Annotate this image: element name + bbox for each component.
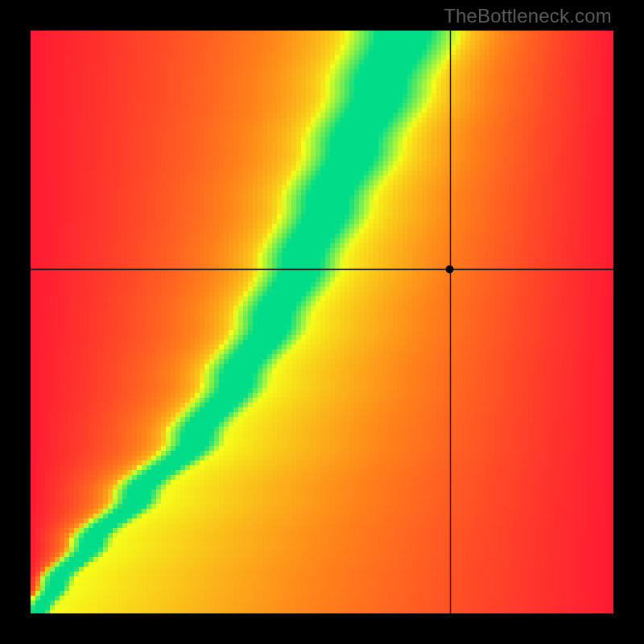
chart-frame: TheBottleneck.com — [0, 0, 644, 644]
watermark-text: TheBottleneck.com — [444, 5, 612, 27]
heatmap-plot — [31, 31, 613, 613]
overlay-canvas — [31, 31, 613, 613]
